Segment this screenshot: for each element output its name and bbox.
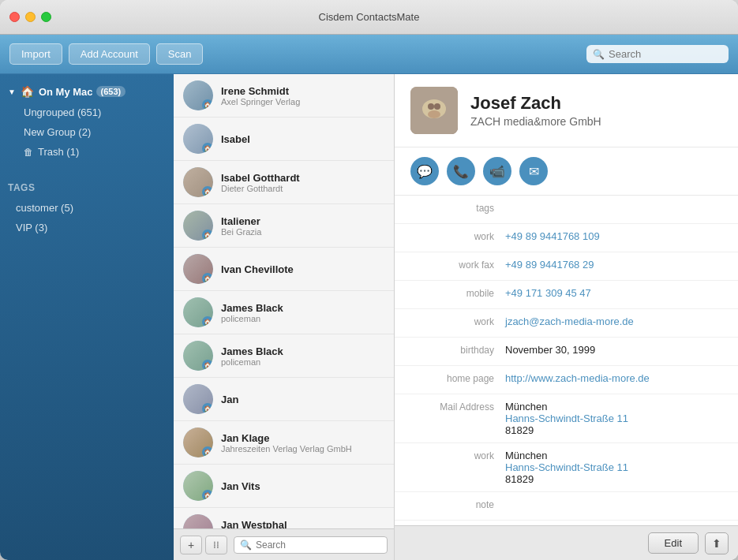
close-button[interactable] — [9, 12, 20, 22]
video-icon: 📹 — [489, 164, 505, 179]
main-content: ▼ 🏠 On My Mac (653) Ungrouped (651) New … — [0, 74, 738, 560]
home-badge: 🏠 — [202, 186, 213, 197]
arrow-icon: ▼ — [8, 88, 16, 96]
search-input[interactable] — [609, 48, 722, 60]
contact-search: 🔍 — [234, 536, 388, 554]
edit-button[interactable]: Edit — [648, 532, 699, 554]
work-fax-value[interactable]: +49 89 9441768 29 — [505, 259, 722, 271]
list-item[interactable]: 🏠 James Black policeman — [174, 334, 394, 378]
contact-info: Ivan Chevillote — [221, 263, 384, 275]
sidebar-new-group[interactable]: New Group (2) — [0, 122, 174, 142]
mac-icon: 🏠 — [21, 85, 34, 98]
message-button[interactable]: 💬 — [410, 157, 439, 185]
contact-name: Isabel — [221, 133, 384, 145]
birthday-label: birthday — [410, 344, 505, 356]
mail-address-zip: 81829 — [505, 424, 722, 436]
contact-name: Isabel Gotthardt — [221, 172, 384, 184]
list-item[interactable]: 🏠 Ivan Chevillote — [174, 248, 394, 291]
email-icon: ✉ — [529, 164, 539, 179]
detail-avatar-inner — [410, 87, 458, 134]
contact-info: James Black policeman — [221, 345, 384, 367]
work-address-field: work München Hanns-Schwindt-Straße 11 81… — [395, 443, 738, 492]
work-phone-label: work — [410, 230, 505, 242]
work-address-street: Hanns-Schwindt-Straße 11 — [505, 461, 722, 473]
sidebar-on-my-mac[interactable]: ▼ 🏠 On My Mac (653) — [0, 80, 174, 103]
list-item[interactable]: 🏠 Jan Klage Jahreszeiten Verlag Verlag G… — [174, 421, 394, 465]
list-item[interactable]: 🏠 Jan Westphal Antenne Bayern GmbH & Co.… — [174, 508, 394, 528]
work-email-field: work jzach@zach-media-more.de — [395, 309, 738, 338]
list-item[interactable]: 🏠 Jan Vits — [174, 465, 394, 508]
work-email-value[interactable]: jzach@zach-media-more.de — [505, 315, 722, 327]
contact-info: Italiener Bei Grazia — [221, 215, 384, 237]
note-label: note — [410, 498, 505, 510]
edit-contact-button[interactable]: ⁞⁞ — [205, 536, 227, 554]
sidebar: ▼ 🏠 On My Mac (653) Ungrouped (651) New … — [0, 74, 174, 560]
birthday-value: November 30, 1999 — [505, 344, 722, 356]
list-item[interactable]: 🏠 Italiener Bei Grazia — [174, 204, 394, 248]
minimize-button[interactable] — [25, 12, 36, 22]
home-badge: 🏠 — [202, 490, 213, 501]
tag-vip[interactable]: VIP (3) — [0, 218, 174, 237]
trash-icon: 🗑 — [24, 147, 33, 158]
mail-address-label: Mail Address — [410, 401, 505, 413]
avatar: 🏠 — [183, 427, 213, 457]
list-item[interactable]: 🏠 Irene Schmidt Axel Springer Verlag — [174, 74, 394, 118]
homepage-field: home page http://www.zach-media-more.de — [395, 366, 738, 394]
add-contact-button[interactable]: + — [180, 536, 202, 554]
contact-info: James Black policeman — [221, 302, 384, 323]
search-icon: 🔍 — [593, 49, 605, 60]
contact-search-input[interactable] — [256, 539, 381, 551]
homepage-value[interactable]: http://www.zach-media-more.de — [505, 372, 722, 384]
tag-customer[interactable]: customer (5) — [0, 198, 174, 218]
action-buttons: 💬 📞 📹 ✉ — [395, 147, 738, 196]
on-my-mac-label: On My Mac — [39, 86, 93, 98]
list-item[interactable]: 🏠 James Black policeman — [174, 291, 394, 334]
video-button[interactable]: 📹 — [483, 157, 511, 185]
contact-sub: Dieter Gotthardt — [221, 184, 384, 193]
on-my-mac-badge: (653) — [96, 86, 126, 97]
detail-name: Josef Zach — [470, 93, 722, 114]
work-address-city: München — [505, 450, 722, 461]
email-button[interactable]: ✉ — [519, 157, 548, 185]
svg-point-3 — [434, 103, 440, 110]
contact-sub: Jahreszeiten Verlag Verlag GmbH — [221, 444, 384, 454]
contact-info: Irene Schmidt Axel Springer Verlag — [221, 85, 384, 106]
app-window: Cisdem ContactsMate Import Add Account S… — [0, 0, 738, 560]
tags-header: Tags — [0, 177, 174, 198]
note-field: note — [395, 492, 738, 521]
detail-header: Josef Zach ZACH media&more GmbH — [395, 74, 738, 147]
contact-info: Isabel Gotthardt Dieter Gotthardt — [221, 172, 384, 193]
mobile-value[interactable]: +49 171 309 45 47 — [505, 287, 722, 299]
import-button[interactable]: Import — [9, 43, 62, 65]
share-button[interactable]: ⬆ — [705, 532, 729, 554]
mail-address-value: München Hanns-Schwindt-Straße 11 81829 — [505, 401, 722, 436]
scan-button[interactable]: Scan — [156, 43, 204, 65]
mail-address-street: Hanns-Schwindt-Straße 11 — [505, 413, 722, 424]
search-icon: 🔍 — [240, 539, 252, 551]
list-item[interactable]: 🏠 Isabel Gotthardt Dieter Gotthardt — [174, 161, 394, 204]
edit-icon: ⁞⁞ — [213, 539, 219, 551]
home-badge: 🏠 — [202, 273, 213, 284]
contact-sub: policeman — [221, 314, 384, 323]
sidebar-trash[interactable]: 🗑 Trash (1) — [0, 142, 174, 162]
contact-sub: policeman — [221, 357, 384, 367]
detail-avatar — [410, 87, 458, 134]
contact-name: Jan Klage — [221, 432, 384, 444]
list-item[interactable]: 🏠 Isabel — [174, 118, 394, 161]
home-badge: 🏠 — [202, 316, 213, 327]
work-phone-value[interactable]: +49 89 9441768 109 — [505, 230, 722, 242]
avatar: 🏠 — [183, 384, 213, 414]
ungrouped-label: Ungrouped (651) — [24, 106, 101, 118]
svg-point-4 — [428, 110, 440, 118]
work-address-value: München Hanns-Schwindt-Straße 11 81829 — [505, 450, 722, 485]
birthday-field: birthday November 30, 1999 — [395, 338, 738, 366]
list-item[interactable]: 🏠 Jan — [174, 378, 394, 421]
maximize-button[interactable] — [41, 12, 51, 22]
avatar: 🏠 — [183, 124, 213, 154]
tags-section: Tags customer (5) VIP (3) — [0, 177, 174, 237]
mobile-field: mobile +49 171 309 45 47 — [395, 281, 738, 309]
contact-name: Irene Schmidt — [221, 85, 384, 97]
add-account-button[interactable]: Add Account — [69, 43, 150, 65]
sidebar-ungrouped[interactable]: Ungrouped (651) — [0, 103, 174, 122]
call-button[interactable]: 📞 — [447, 157, 475, 185]
